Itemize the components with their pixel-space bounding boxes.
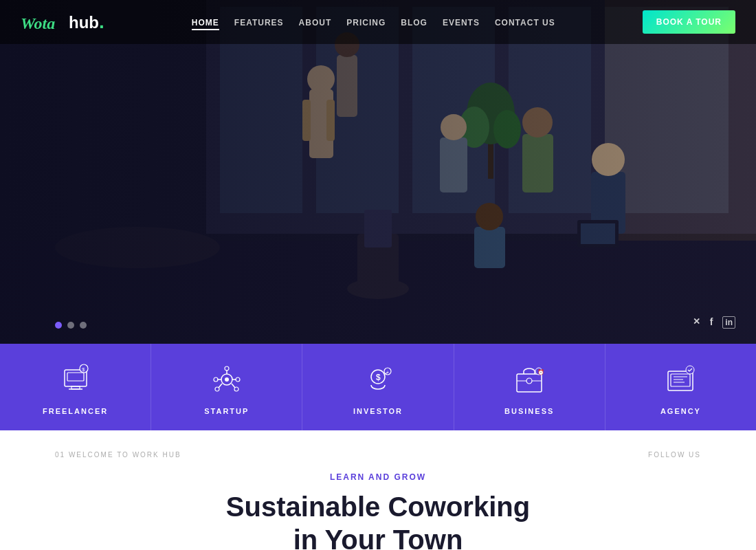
slide-dots [55, 322, 87, 329]
business-icon: ⏰ [513, 363, 546, 400]
svg-rect-34 [0, 0, 756, 344]
nav-item-events[interactable]: EVENTS [443, 16, 480, 28]
nav-item-features[interactable]: FEATURES [234, 16, 284, 28]
nav-item-home[interactable]: HOME [192, 16, 219, 28]
hero-section: Make Your Workspace Your Own Muse. At ou… [0, 0, 756, 344]
feature-investor[interactable]: $ + INVESTOR [302, 344, 454, 430]
svg-text:$: $ [82, 366, 85, 373]
facebook-icon[interactable]: f [710, 316, 713, 329]
features-bar: $ FREELANCER STARTUP [0, 344, 756, 430]
hero-background [0, 0, 756, 344]
nav-item-contact[interactable]: CONTACT US [495, 16, 555, 28]
logo-hub: hub [69, 13, 99, 32]
investor-label: INVESTOR [353, 407, 403, 415]
svg-point-65 [686, 366, 694, 374]
section-heading-line2: in Your Town [293, 525, 463, 550]
feature-freelancer[interactable]: $ FREELANCER [0, 344, 151, 430]
svg-text:⏰: ⏰ [537, 368, 544, 375]
startup-icon [210, 363, 243, 400]
slide-dot-1[interactable] [55, 322, 62, 329]
svg-point-48 [234, 387, 238, 391]
feature-agency[interactable]: AGENCY [605, 344, 756, 430]
svg-point-60 [526, 378, 532, 384]
svg-line-43 [219, 384, 222, 388]
section-left-label: 01 WELCOME TO WORK HUB [55, 451, 181, 459]
freelancer-icon: $ [59, 363, 92, 400]
feature-startup[interactable]: STARTUP [151, 344, 302, 430]
svg-point-47 [215, 387, 219, 391]
svg-point-42 [225, 377, 229, 382]
svg-line-44 [232, 384, 235, 388]
nav-item-about[interactable]: ABOUT [299, 16, 332, 28]
logo: Wota hub . [21, 11, 104, 33]
section-heading: Sustainable Coworking in Your Town [226, 490, 530, 550]
social-icons: ✕ f in [693, 316, 735, 329]
slide-dot-3[interactable] [80, 322, 87, 329]
agency-icon [664, 363, 697, 400]
business-label: BUSINESS [504, 407, 554, 415]
svg-rect-36 [67, 373, 84, 381]
section-meta: 01 WELCOME TO WORK HUB FOLLOW US [0, 430, 756, 465]
logo-dot: . [99, 11, 104, 33]
investor-icon: $ + [362, 363, 394, 400]
nav-item-blog[interactable]: BLOG [401, 16, 427, 28]
section-tag: LEARN AND GROW [330, 472, 426, 482]
section-main: LEARN AND GROW Sustainable Coworking in … [0, 465, 756, 550]
book-tour-button[interactable]: BOOK A TOUR [643, 10, 735, 34]
agency-label: AGENCY [660, 407, 701, 415]
nav-item-pricing[interactable]: PRICING [346, 16, 386, 28]
svg-text:+: + [386, 370, 389, 375]
section-right-label: FOLLOW US [648, 451, 701, 459]
feature-business[interactable]: ⏰ BUSINESS [454, 344, 605, 430]
slide-dot-2[interactable] [67, 322, 74, 329]
logo-wota: Wota [21, 11, 69, 33]
navbar: Wota hub . HOME FEATURES ABOUT PRICING B… [0, 0, 756, 44]
freelancer-label: FREELANCER [43, 407, 108, 415]
section-heading-line1: Sustainable Coworking [226, 492, 530, 522]
nav-links: HOME FEATURES ABOUT PRICING BLOG EVENTS … [192, 16, 555, 28]
startup-label: STARTUP [204, 407, 249, 415]
svg-rect-64 [671, 374, 690, 386]
linkedin-icon[interactable]: in [722, 316, 735, 329]
svg-text:Wota: Wota [21, 14, 55, 32]
twitter-icon[interactable]: ✕ [693, 316, 700, 329]
svg-text:$: $ [376, 373, 381, 382]
